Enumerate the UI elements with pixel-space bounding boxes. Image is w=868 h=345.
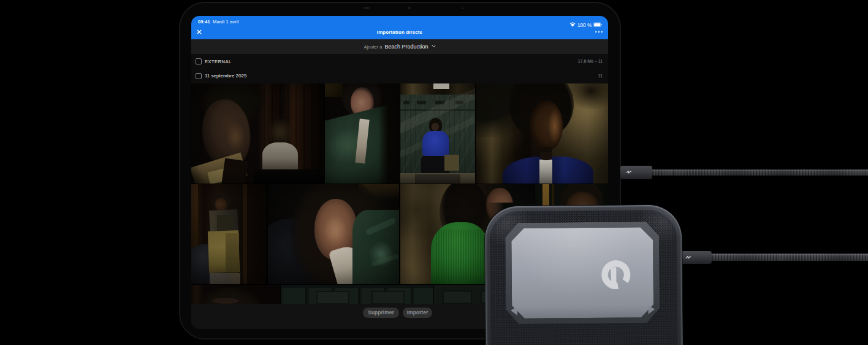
- svg-text:100 %: 100 %: [577, 23, 592, 28]
